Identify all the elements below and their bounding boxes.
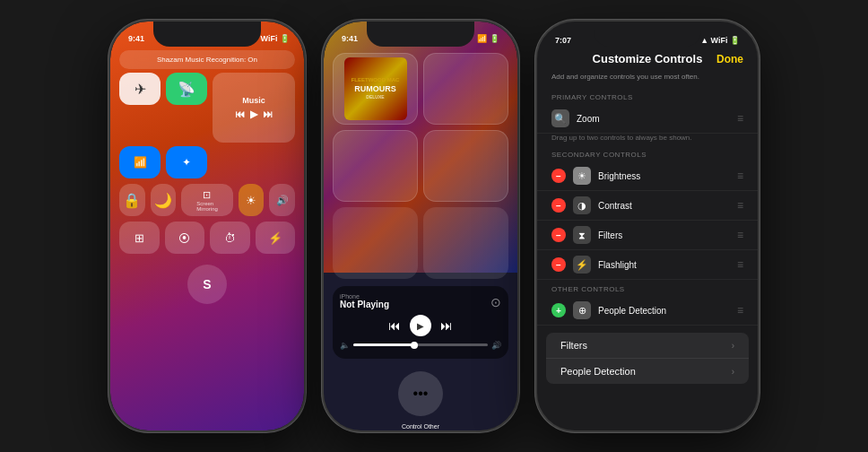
shazam-button[interactable]: S	[187, 265, 227, 304]
brightness-drag[interactable]: ≡	[737, 170, 743, 182]
brightness-minus[interactable]: −	[551, 169, 566, 183]
done-button[interactable]: Done	[716, 53, 743, 65]
lock-tile[interactable]: 🔒	[119, 184, 145, 216]
brightness-label: Brightness	[598, 171, 730, 181]
airplane-tile[interactable]: ✈	[119, 73, 161, 105]
status-icons-1: ▲ WiFi 🔋	[250, 34, 290, 43]
music-player[interactable]: iPhone Not Playing ⊙ ⏮ ▶ ⏭ 🔈 🔊	[333, 286, 508, 359]
other-controls-header: OTHER CONTROLS	[537, 280, 758, 296]
brightness-tile[interactable]: ☀	[239, 184, 265, 216]
bluetooth-tile[interactable]: ✦	[166, 146, 207, 178]
contrast-icon: ◑	[573, 196, 591, 214]
flashlight-row: − ⚡ Flashlight ≡	[537, 250, 758, 280]
filters-nav-label: Filters	[560, 340, 732, 351]
screen-mirror-tile[interactable]: ⊡ ScreenMirroring	[181, 184, 232, 216]
secondary-controls-header: SECONDARY CONTROLS	[537, 145, 758, 161]
music-tile[interactable]: Music ⏮▶⏭	[213, 73, 295, 143]
settings-subtitle: Add and organize controls you use most o…	[537, 73, 758, 88]
time-3: 7:07	[555, 36, 571, 45]
calculator-tile[interactable]: ⊞	[119, 222, 160, 254]
settings-title: Customize Controls	[593, 52, 703, 65]
zoom-label: Zoom	[577, 114, 730, 124]
cc-grid-bottom-2	[333, 207, 508, 279]
filters-icon: ⧗	[573, 226, 591, 244]
people-detection-chevron: ›	[732, 367, 734, 377]
flashlight-label: Flashlight	[598, 260, 730, 270]
speakers-button[interactable]: •••	[398, 371, 443, 416]
moon-tile[interactable]: 🌙	[151, 184, 177, 216]
camera-tile[interactable]: ⦿	[165, 222, 205, 254]
shazam-notification: Shazam Music Recognition: On	[119, 50, 295, 69]
people-detection-row: + ⊕ People Detection ≡	[537, 296, 758, 326]
play-button-2[interactable]: ▶	[410, 315, 431, 336]
contrast-drag[interactable]: ≡	[737, 199, 743, 212]
people-detection-drag[interactable]: ≡	[737, 304, 743, 317]
status-bar-2: 9:41 📶 🔋	[324, 22, 517, 47]
filters-label: Filters	[598, 230, 730, 240]
contrast-row: − ◑ Contrast ≡	[537, 191, 758, 221]
flashlight-tile[interactable]: ⚡	[256, 222, 296, 254]
player-controls: ⏮ ▶ ⏭	[340, 315, 501, 336]
cc-grid-2: FLEETWOOD MAC RUMOURS DELUXE	[333, 53, 508, 202]
album-cover: FLEETWOOD MAC RUMOURS DELUXE	[344, 57, 407, 120]
people-detection-label: People Detection	[598, 306, 730, 316]
filters-drag[interactable]: ≡	[737, 229, 743, 241]
people-detection-plus[interactable]: +	[551, 303, 566, 317]
player-label: iPhone	[340, 293, 389, 300]
music-label: Music	[242, 96, 265, 105]
drag-hint: Drag up to two controls to always be sho…	[537, 134, 758, 145]
filters-minus[interactable]: −	[551, 228, 566, 242]
wifi-tile[interactable]: 📶	[119, 146, 161, 178]
filters-row: − ⧗ Filters ≡	[537, 221, 758, 250]
status-icons-3: ▲ WiFi 🔋	[700, 36, 740, 45]
cc-tile-2b	[333, 130, 418, 202]
phone-2: 9:41 📶 🔋 FLEETWOOD MAC RUMOURS DELUXE	[322, 20, 519, 432]
flashlight-minus[interactable]: −	[551, 257, 566, 272]
music-controls: ⏮▶⏭	[235, 109, 273, 120]
filters-chevron: ›	[732, 341, 734, 351]
brightness-icon: ☀	[573, 167, 591, 185]
phone-3: 7:07 ▲ WiFi 🔋 Customize Controls Done Ad…	[535, 20, 760, 432]
people-detection-nav-label: People Detection	[560, 366, 732, 377]
volume-tile[interactable]: 🔊	[269, 184, 295, 216]
time-2: 9:41	[342, 34, 358, 43]
zoom-row: 🔍 Zoom ≡	[537, 104, 758, 134]
cc-tile-2d	[333, 207, 418, 279]
flashlight-icon: ⚡	[573, 256, 591, 274]
settings-header: Customize Controls Done	[537, 48, 758, 73]
cc-tile-2c	[423, 130, 508, 202]
volume-bar[interactable]	[353, 343, 488, 346]
cc-tile-2e	[423, 207, 508, 279]
people-detection-icon: ⊕	[573, 301, 591, 319]
status-bar-1: 9:41 ▲ WiFi 🔋	[110, 22, 304, 47]
contrast-label: Contrast	[598, 201, 730, 211]
wifi-call-tile[interactable]: 📡	[166, 73, 207, 105]
cc-tile-2a	[423, 53, 508, 125]
brightness-row: − ☀ Brightness ≡	[537, 161, 758, 191]
phone-1: 9:41 ▲ WiFi 🔋 Shazam Music Recognition: …	[108, 20, 306, 432]
people-detection-nav-row[interactable]: People Detection ›	[546, 359, 749, 384]
speakers-label: Control Other Speakers & TVs	[398, 423, 443, 430]
player-status: Not Playing	[340, 300, 389, 309]
primary-controls-header: PRIMARY CONTROLS	[537, 88, 758, 104]
status-bar-3: 7:07 ▲ WiFi 🔋	[537, 22, 758, 48]
filters-nav-row[interactable]: Filters ›	[546, 333, 749, 359]
status-icons-2: 📶 🔋	[477, 34, 499, 43]
flashlight-drag[interactable]: ≡	[737, 258, 743, 271]
zoom-drag-handle[interactable]: ≡	[737, 112, 743, 125]
time-1: 9:41	[128, 34, 144, 43]
timer-tile[interactable]: ⏱	[210, 222, 250, 254]
zoom-icon: 🔍	[551, 109, 569, 127]
album-tile: FLEETWOOD MAC RUMOURS DELUXE	[333, 53, 418, 125]
contrast-minus[interactable]: −	[551, 198, 566, 213]
